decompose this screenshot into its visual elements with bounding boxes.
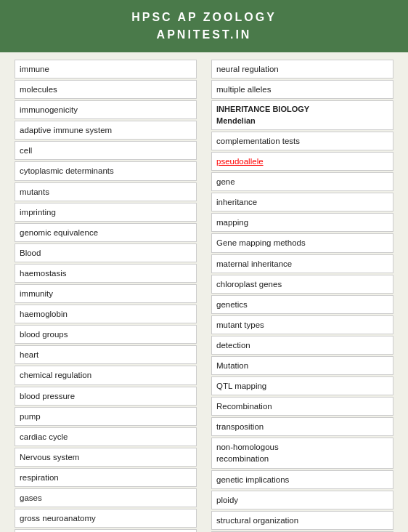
left-list-item[interactable]: haemostasis xyxy=(15,264,197,283)
right-list-item[interactable]: multiple alleles xyxy=(211,80,393,99)
header: HPSC AP ZOOLOGY APNITEST.IN xyxy=(0,0,408,52)
right-list-item[interactable]: detection xyxy=(211,336,393,355)
right-list-item[interactable]: inheritance xyxy=(211,193,393,211)
left-list-item[interactable]: pump xyxy=(15,407,197,426)
header-line1: HPSC AP ZOOLOGY xyxy=(15,9,393,26)
left-list-item[interactable]: cardiac cycle xyxy=(15,427,197,446)
right-list-item[interactable]: chloroplast genes xyxy=(211,275,393,294)
right-list-item[interactable]: structural organization xyxy=(211,511,393,530)
left-list-item[interactable]: respiration xyxy=(15,468,197,487)
left-list-item[interactable]: molecules xyxy=(15,80,197,99)
right-list-item[interactable]: mutant types xyxy=(211,315,393,334)
right-list-item[interactable]: maternal inheritance xyxy=(211,254,393,273)
left-list-item[interactable]: immunity xyxy=(15,284,197,303)
right-list-item[interactable]: ploidy xyxy=(211,491,393,509)
left-list-item[interactable]: heart xyxy=(15,345,197,364)
right-list-item[interactable]: pseudoallele xyxy=(211,152,393,171)
right-list-item[interactable]: Recombination xyxy=(211,397,393,416)
right-list-item[interactable]: complementation tests xyxy=(211,132,393,150)
right-list-item[interactable]: genetics xyxy=(211,295,393,314)
right-list-item[interactable]: Gene mapping methods xyxy=(211,233,393,252)
right-list-item[interactable]: QTL mapping xyxy=(211,376,393,395)
right-list-item[interactable]: Mutation xyxy=(211,356,393,375)
left-list-item[interactable]: genomic equivalence xyxy=(15,223,197,242)
right-list-item[interactable]: gene xyxy=(211,172,393,191)
left-list-item[interactable]: immunogenicity xyxy=(15,100,197,119)
left-list-item[interactable]: imprinting xyxy=(15,203,197,222)
right-column: neural regulationmultiple allelesINHERIT… xyxy=(211,60,393,532)
left-list-item[interactable]: blood pressure xyxy=(15,387,197,406)
right-list-item[interactable]: non-homologousrecombination xyxy=(211,438,393,468)
left-list-item[interactable]: gross neuroanatomy xyxy=(15,509,197,528)
header-line2: APNITEST.IN xyxy=(15,26,393,44)
right-list-item[interactable]: transposition xyxy=(211,417,393,436)
right-list-item[interactable]: genetic implications xyxy=(211,470,393,489)
right-list-item[interactable]: INHERITANCE BIOLOGYMendelian xyxy=(211,100,393,130)
left-list-item[interactable]: cytoplasmic determinants xyxy=(15,161,197,180)
left-list-item[interactable]: immune xyxy=(15,60,197,78)
left-list-item[interactable]: chemical regulation xyxy=(15,366,197,384)
left-column: immunemoleculesimmunogenicityadaptive im… xyxy=(15,60,197,532)
left-list-item[interactable]: Blood xyxy=(15,243,197,262)
left-list-item[interactable]: blood groups xyxy=(15,325,197,344)
right-list-item[interactable]: neural regulation xyxy=(211,60,393,78)
left-list-item[interactable]: gases xyxy=(15,488,197,507)
left-list-item[interactable]: adaptive immune system xyxy=(15,121,197,140)
left-list-item[interactable]: cell xyxy=(15,141,197,160)
left-list-item[interactable]: mutants xyxy=(15,182,197,201)
left-list-item[interactable]: haemoglobin xyxy=(15,305,197,323)
left-list-item[interactable]: Neurons xyxy=(15,529,197,532)
left-list-item[interactable]: Nervous system xyxy=(15,448,197,467)
right-list-item[interactable]: mapping xyxy=(211,213,393,232)
